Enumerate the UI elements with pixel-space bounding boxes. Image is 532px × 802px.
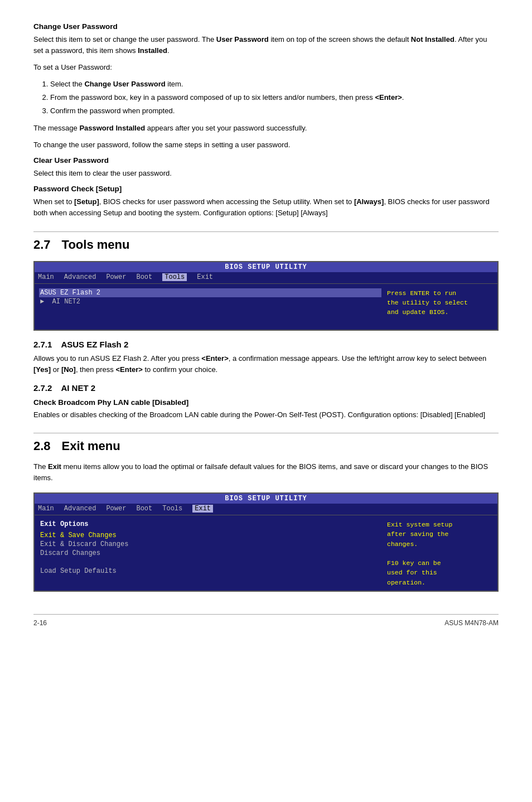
exit-menu-title: 2.8Exit menu	[33, 433, 499, 453]
clear-user-password-body: Select this item to clear the user passw…	[33, 168, 499, 179]
load-setup-defaults: Load Setup Defaults	[39, 567, 381, 576]
footer-product-name: ASUS M4N78-AM	[444, 619, 499, 627]
change-user-password-section: Change User Password Select this item to…	[33, 22, 499, 151]
menu-boot: Boot	[136, 273, 152, 281]
step-1: Select the Change User Password item.	[50, 79, 499, 90]
exit-menu-power: Power	[106, 505, 126, 513]
discard-changes: Discard Changes	[39, 549, 381, 558]
exit-menu-tools: Tools	[162, 505, 182, 513]
clear-user-password-heading: Clear User Password	[33, 156, 499, 165]
tools-bios-left: ASUS EZ Flash 2 ► AI NET2	[39, 288, 381, 326]
clear-user-password-section: Clear User Password Select this item to …	[33, 156, 499, 179]
exit-bios-content: Exit Options Exit & Save Changes Exit & …	[35, 516, 497, 591]
tools-menu-num: 2.7	[33, 238, 51, 252]
tools-bios-content: ASUS EZ Flash 2 ► AI NET2 Press ENTER to…	[35, 285, 497, 330]
password-installed-note: The message Password Installed appears a…	[33, 123, 499, 134]
step-3: Confirm the password when prompted.	[50, 105, 499, 117]
ai-net2-label: AI NET 2	[61, 383, 95, 393]
tools-bios-screenshot: BIOS SETUP UTILITY Main Advanced Power B…	[33, 261, 499, 331]
menu-power: Power	[106, 273, 126, 281]
step-2: From the password box, key in a password…	[50, 92, 499, 104]
ai-net2-item: ► AI NET2	[39, 297, 381, 306]
tools-bios-menubar: Main Advanced Power Boot Tools Exit	[35, 272, 497, 282]
ai-net2-title: 2.7.2AI NET 2	[33, 383, 499, 393]
asus-ez-flash-body: Allows you to run ASUS EZ Flash 2. After…	[33, 353, 499, 375]
menu-tools-active: Tools	[162, 273, 187, 281]
exit-bios-menubar: Main Advanced Power Boot Tools Exit	[35, 504, 497, 514]
ai-net2-section: 2.7.2AI NET 2 Check Broadcom Phy LAN cab…	[33, 383, 499, 421]
exit-bios-right: Exit system setupafter saving thechanges…	[381, 520, 493, 587]
exit-menu-exit-active: Exit	[192, 505, 213, 513]
change-user-password-body: Select this item to set or change the us…	[33, 34, 499, 56]
menu-main: Main	[38, 273, 54, 281]
menu-exit: Exit	[197, 273, 213, 281]
exit-options-header: Exit Options	[39, 520, 381, 529]
spacer-item	[39, 558, 381, 567]
change-user-password-para4: To change the user password, follow the …	[33, 139, 499, 151]
exit-menu-main: Main	[38, 505, 54, 513]
exit-menu-label: Exit menu	[62, 439, 120, 453]
password-check-heading: Password Check [Setup]	[33, 185, 499, 193]
exit-menu-advanced: Advanced	[64, 505, 96, 513]
exit-save-changes: Exit & Save Changes	[39, 531, 381, 540]
ai-net2-num: 2.7.2	[33, 383, 52, 393]
password-check-section: Password Check [Setup] When set to [Setu…	[33, 185, 499, 219]
exit-bios-screenshot: BIOS SETUP UTILITY Main Advanced Power B…	[33, 492, 499, 592]
password-check-body: When set to [Setup], BIOS checks for use…	[33, 196, 499, 219]
footer-page-num: 2-16	[33, 619, 47, 627]
tools-menu-title: 2.7Tools menu	[33, 231, 499, 252]
exit-menu-body: The Exit menu items allow you to load th…	[33, 461, 499, 484]
tools-menu-label: Tools menu	[62, 238, 130, 252]
asus-ez-flash-item: ASUS EZ Flash 2	[39, 288, 381, 297]
menu-advanced: Advanced	[64, 273, 96, 281]
exit-menu-section: 2.8Exit menu The Exit menu items allow y…	[33, 433, 499, 592]
asus-ez-flash-section: 2.7.1ASUS EZ Flash 2 Allows you to run A…	[33, 340, 499, 375]
asus-ez-flash-num: 2.7.1	[33, 340, 52, 349]
check-broadcom-heading: Check Broadcom Phy LAN cable [Disabled]	[33, 398, 499, 407]
change-user-password-steps: Select the Change User Password item. Fr…	[50, 79, 499, 117]
exit-bios-left: Exit Options Exit & Save Changes Exit & …	[39, 520, 381, 587]
change-user-password-heading: Change User Password	[33, 22, 499, 31]
exit-menu-num: 2.8	[33, 439, 51, 453]
tools-bios-titlebar: BIOS SETUP UTILITY	[35, 262, 497, 272]
check-broadcom-body: Enables or disables checking of the Broa…	[33, 409, 499, 421]
exit-menu-boot: Boot	[136, 505, 152, 513]
asus-ez-flash-title: 2.7.1ASUS EZ Flash 2	[33, 340, 499, 349]
exit-discard-changes: Exit & Discard Changes	[39, 540, 381, 549]
tools-bios-right: Press ENTER to runthe utility to selecta…	[381, 288, 493, 326]
change-user-password-para2: To set a User Password:	[33, 62, 499, 73]
exit-bios-titlebar: BIOS SETUP UTILITY	[35, 494, 497, 504]
tools-menu-section: 2.7Tools menu BIOS SETUP UTILITY Main Ad…	[33, 231, 499, 421]
page-footer: 2-16 ASUS M4N78-AM	[33, 614, 499, 627]
asus-ez-flash-label: ASUS EZ Flash 2	[61, 340, 128, 349]
